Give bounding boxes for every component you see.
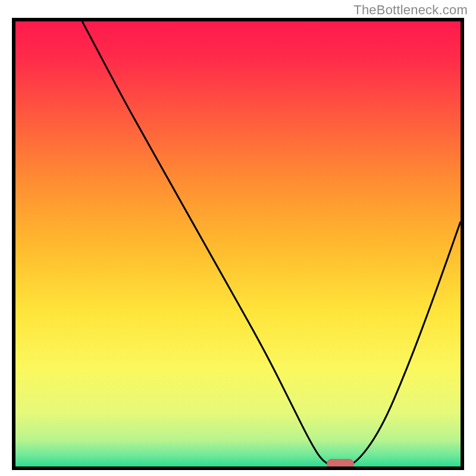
chart-container: { "watermark": "TheBottleneck.com", "col… — [0, 0, 476, 476]
optimal-marker — [327, 459, 354, 466]
watermark-text: TheBottleneck.com — [353, 2, 468, 18]
chart-svg — [15, 21, 461, 466]
chart-plot-area — [12, 18, 464, 470]
